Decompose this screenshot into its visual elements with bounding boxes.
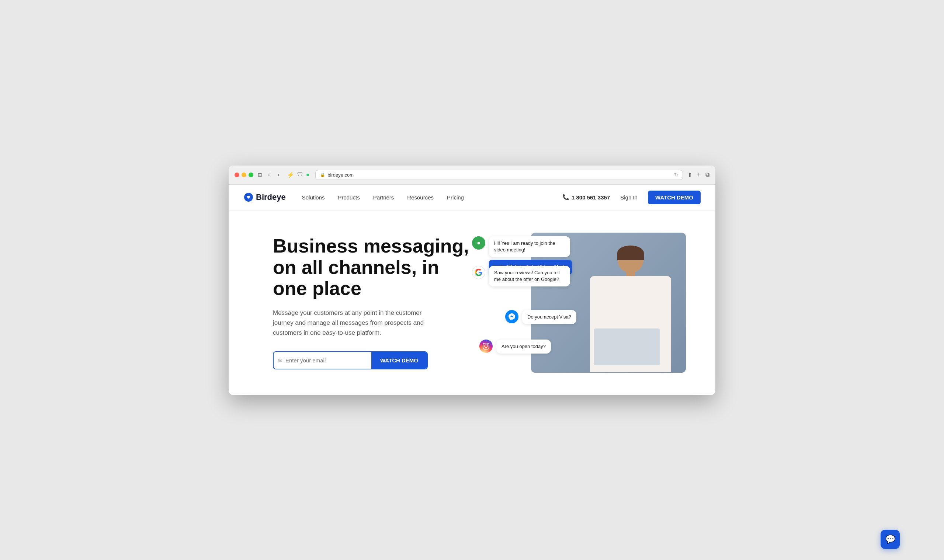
browser-toolbar: ⊞ ‹ › ⚡ 🛡 ● 🔒 birdeye.com ↻ ⬆ ＋ ⧉ (229, 166, 715, 185)
chat-widget[interactable]: 💬 (881, 530, 900, 549)
traffic-lights (234, 172, 253, 177)
nav-solutions[interactable]: Solutions (296, 191, 331, 203)
nav-products[interactable]: Products (332, 191, 365, 203)
chat-row-2: Saw your reviews! Can you tell me about … (472, 266, 570, 286)
main-nav: Birdeye Solutions Products Partners Reso… (229, 185, 715, 211)
close-button[interactable] (234, 172, 239, 177)
nav-resources[interactable]: Resources (401, 191, 440, 203)
chat-bubble-2: Saw your reviews! Can you tell me about … (489, 266, 570, 286)
chat-icon-instagram (479, 340, 493, 353)
person-hair (617, 246, 644, 260)
hero-title: Business messaging, on all channels, in … (273, 235, 472, 299)
phone-number: 📞 1 800 561 3357 (562, 194, 610, 200)
nav-right: 📞 1 800 561 3357 Sign In WATCH DEMO (562, 191, 701, 204)
email-input-wrap: ✉ (274, 352, 371, 369)
chat-widget-icon: 💬 (885, 535, 895, 544)
person-shape (583, 248, 679, 373)
sign-in-button[interactable]: Sign In (616, 191, 642, 203)
laptop-shape (594, 328, 660, 365)
email-icon: ✉ (278, 357, 282, 363)
fullscreen-button[interactable] (248, 172, 253, 177)
back-button[interactable]: ‹ (266, 171, 271, 179)
tab-overview-icon[interactable]: ⧉ (705, 171, 710, 178)
watch-demo-hero-button[interactable]: WATCH DEMO (371, 352, 427, 369)
nav-partners[interactable]: Partners (367, 191, 400, 203)
chat-bubble-1: Hi! Yes I am ready to join the video mee… (489, 236, 570, 257)
chat-bubble-3: Do you accept Visa? (522, 310, 576, 324)
chat-icon-messenger (505, 310, 519, 323)
share-icon[interactable]: ⬆ (687, 171, 692, 178)
hero-subtitle: Message your customers at any point in t… (273, 308, 428, 338)
chat-icon-google (472, 266, 485, 279)
chat-row-4: Are you open today? (479, 340, 551, 354)
phone-icon: 📞 (562, 194, 569, 200)
watch-demo-nav-button[interactable]: WATCH DEMO (648, 191, 701, 204)
url-text: birdeye.com (328, 172, 354, 178)
forward-button[interactable]: › (276, 171, 280, 179)
email-form: ✉ WATCH DEMO (273, 351, 428, 369)
new-tab-icon[interactable]: ＋ (696, 171, 702, 179)
address-bar[interactable]: 🔒 birdeye.com ↻ (315, 170, 683, 180)
chat-row-3: Do you accept Visa? (505, 310, 576, 324)
browser-window: ⊞ ‹ › ⚡ 🛡 ● 🔒 birdeye.com ↻ ⬆ ＋ ⧉ (229, 166, 715, 395)
website: Birdeye Solutions Products Partners Reso… (229, 185, 715, 395)
reload-icon[interactable]: ↻ (674, 172, 678, 178)
chat-bubble-4: Are you open today? (496, 340, 551, 354)
hero-section: Business messaging, on all channels, in … (229, 211, 715, 395)
minimize-button[interactable] (242, 172, 246, 177)
hero-illustration: ● Hi! Yes I am ready to join the video m… (487, 232, 686, 373)
sidebar-toggle[interactable]: ⊞ (258, 172, 262, 178)
hero-left: Business messaging, on all channels, in … (273, 235, 472, 369)
email-input[interactable] (285, 353, 367, 368)
nav-links: Solutions Products Partners Resources Pr… (296, 191, 559, 203)
toolbar-actions: ⬆ ＋ ⧉ (687, 171, 710, 179)
nav-pricing[interactable]: Pricing (441, 191, 470, 203)
logo[interactable]: Birdeye (243, 192, 286, 202)
chat-icon-green: ● (472, 236, 485, 249)
lock-icon: 🔒 (320, 172, 325, 177)
